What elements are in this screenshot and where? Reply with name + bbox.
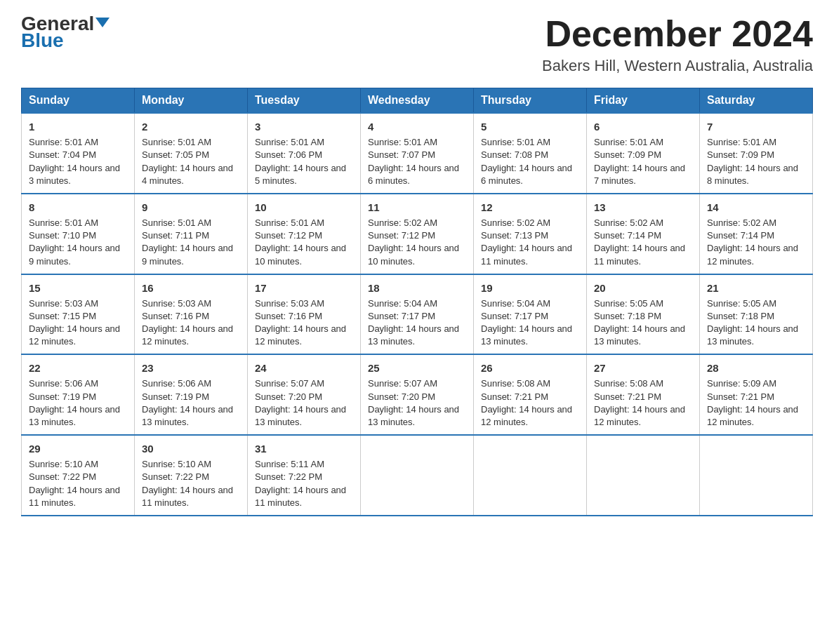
table-row: 5 Sunrise: 5:01 AM Sunset: 7:08 PM Dayli… [474, 113, 587, 194]
day-sunrise: Sunrise: 5:06 AM [142, 378, 211, 389]
calendar-header-row: Sunday Monday Tuesday Wednesday Thursday… [22, 88, 813, 114]
day-daylight: Daylight: 14 hours and 13 minutes. [707, 323, 798, 347]
day-sunset: Sunset: 7:17 PM [481, 311, 548, 321]
day-sunset: Sunset: 7:05 PM [142, 149, 209, 160]
day-sunrise: Sunrise: 5:03 AM [255, 298, 324, 309]
day-sunrise: Sunrise: 5:01 AM [255, 137, 324, 147]
table-row: 18 Sunrise: 5:04 AM Sunset: 7:17 PM Dayl… [361, 274, 474, 355]
day-sunset: Sunset: 7:18 PM [594, 311, 661, 321]
table-row: 13 Sunrise: 5:02 AM Sunset: 7:14 PM Dayl… [587, 194, 700, 274]
table-row: 12 Sunrise: 5:02 AM Sunset: 7:13 PM Dayl… [474, 194, 587, 274]
day-sunrise: Sunrise: 5:04 AM [481, 298, 550, 309]
day-sunrise: Sunrise: 5:01 AM [594, 137, 663, 147]
table-row: 1 Sunrise: 5:01 AM Sunset: 7:04 PM Dayli… [22, 113, 135, 194]
day-daylight: Daylight: 14 hours and 9 minutes. [142, 243, 233, 266]
col-saturday: Saturday [700, 88, 813, 114]
day-sunrise: Sunrise: 5:09 AM [707, 378, 776, 389]
day-daylight: Daylight: 14 hours and 10 minutes. [255, 243, 346, 266]
day-sunrise: Sunrise: 5:01 AM [29, 137, 98, 147]
day-daylight: Daylight: 14 hours and 11 minutes. [29, 485, 120, 508]
day-daylight: Daylight: 14 hours and 13 minutes. [368, 404, 459, 427]
day-sunset: Sunset: 7:19 PM [29, 391, 96, 402]
logo: General Blue [21, 14, 110, 51]
day-sunrise: Sunrise: 5:05 AM [594, 298, 663, 309]
day-sunset: Sunset: 7:20 PM [368, 391, 435, 402]
day-number: 6 [594, 119, 692, 134]
day-daylight: Daylight: 14 hours and 12 minutes. [29, 323, 120, 347]
day-sunrise: Sunrise: 5:07 AM [255, 378, 324, 389]
day-sunset: Sunset: 7:22 PM [142, 471, 209, 482]
logo-blue: Blue [21, 31, 64, 51]
day-sunset: Sunset: 7:06 PM [255, 149, 322, 160]
day-number: 1 [29, 119, 127, 134]
day-sunset: Sunset: 7:16 PM [142, 311, 209, 321]
day-number: 30 [142, 441, 240, 456]
month-year-title: December 2024 [542, 14, 813, 54]
col-tuesday: Tuesday [248, 88, 361, 114]
day-daylight: Daylight: 14 hours and 6 minutes. [481, 163, 572, 186]
day-daylight: Daylight: 14 hours and 10 minutes. [368, 243, 459, 266]
day-number: 12 [481, 200, 579, 215]
day-sunset: Sunset: 7:14 PM [707, 230, 774, 241]
title-section: December 2024 Bakers Hill, Western Austr… [542, 14, 813, 75]
logo-arrow-icon [95, 18, 110, 27]
day-daylight: Daylight: 14 hours and 12 minutes. [481, 404, 572, 427]
table-row: 15 Sunrise: 5:03 AM Sunset: 7:15 PM Dayl… [22, 274, 135, 355]
calendar-week-row: 29 Sunrise: 5:10 AM Sunset: 7:22 PM Dayl… [22, 435, 813, 516]
table-row: 7 Sunrise: 5:01 AM Sunset: 7:09 PM Dayli… [700, 113, 813, 194]
day-sunset: Sunset: 7:18 PM [707, 311, 774, 321]
day-sunrise: Sunrise: 5:01 AM [255, 217, 324, 228]
day-sunset: Sunset: 7:17 PM [368, 311, 435, 321]
day-number: 26 [481, 361, 579, 375]
day-number: 4 [368, 119, 466, 134]
day-daylight: Daylight: 14 hours and 5 minutes. [255, 163, 346, 186]
day-sunrise: Sunrise: 5:08 AM [481, 378, 550, 389]
day-number: 2 [142, 119, 240, 134]
table-row: 27 Sunrise: 5:08 AM Sunset: 7:21 PM Dayl… [587, 354, 700, 435]
table-row: 8 Sunrise: 5:01 AM Sunset: 7:10 PM Dayli… [22, 194, 135, 274]
table-row: 14 Sunrise: 5:02 AM Sunset: 7:14 PM Dayl… [700, 194, 813, 274]
day-daylight: Daylight: 14 hours and 11 minutes. [255, 485, 346, 508]
day-sunset: Sunset: 7:09 PM [594, 149, 661, 160]
day-sunset: Sunset: 7:21 PM [481, 391, 548, 402]
day-sunrise: Sunrise: 5:01 AM [29, 217, 98, 228]
day-sunrise: Sunrise: 5:01 AM [142, 217, 211, 228]
col-monday: Monday [135, 88, 248, 114]
day-sunrise: Sunrise: 5:01 AM [481, 137, 550, 147]
day-number: 10 [255, 200, 353, 215]
location-title: Bakers Hill, Western Australia, Australi… [542, 57, 813, 75]
day-sunrise: Sunrise: 5:01 AM [368, 137, 437, 147]
day-sunrise: Sunrise: 5:10 AM [29, 459, 98, 469]
table-row: 10 Sunrise: 5:01 AM Sunset: 7:12 PM Dayl… [248, 194, 361, 274]
table-row [587, 435, 700, 516]
day-daylight: Daylight: 14 hours and 11 minutes. [142, 485, 233, 508]
day-sunset: Sunset: 7:08 PM [481, 149, 548, 160]
day-sunset: Sunset: 7:21 PM [707, 391, 774, 402]
day-daylight: Daylight: 14 hours and 13 minutes. [142, 404, 233, 427]
table-row: 23 Sunrise: 5:06 AM Sunset: 7:19 PM Dayl… [135, 354, 248, 435]
day-sunset: Sunset: 7:16 PM [255, 311, 322, 321]
day-daylight: Daylight: 14 hours and 6 minutes. [368, 163, 459, 186]
day-number: 22 [29, 361, 127, 375]
day-sunset: Sunset: 7:10 PM [29, 230, 96, 241]
calendar-week-row: 1 Sunrise: 5:01 AM Sunset: 7:04 PM Dayli… [22, 113, 813, 194]
calendar-week-row: 22 Sunrise: 5:06 AM Sunset: 7:19 PM Dayl… [22, 354, 813, 435]
day-sunrise: Sunrise: 5:10 AM [142, 459, 211, 469]
day-number: 15 [29, 281, 127, 295]
day-number: 18 [368, 281, 466, 295]
day-number: 9 [142, 200, 240, 215]
day-number: 24 [255, 361, 353, 375]
day-sunset: Sunset: 7:15 PM [29, 311, 96, 321]
day-number: 29 [29, 441, 127, 456]
day-daylight: Daylight: 14 hours and 12 minutes. [707, 404, 798, 427]
calendar-week-row: 8 Sunrise: 5:01 AM Sunset: 7:10 PM Dayli… [22, 194, 813, 274]
day-daylight: Daylight: 14 hours and 13 minutes. [29, 404, 120, 427]
day-number: 5 [481, 119, 579, 134]
day-sunset: Sunset: 7:09 PM [707, 149, 774, 160]
day-sunrise: Sunrise: 5:05 AM [707, 298, 776, 309]
day-daylight: Daylight: 14 hours and 13 minutes. [255, 404, 346, 427]
day-sunrise: Sunrise: 5:06 AM [29, 378, 98, 389]
col-thursday: Thursday [474, 88, 587, 114]
calendar-week-row: 15 Sunrise: 5:03 AM Sunset: 7:15 PM Dayl… [22, 274, 813, 355]
day-daylight: Daylight: 14 hours and 13 minutes. [481, 323, 572, 347]
